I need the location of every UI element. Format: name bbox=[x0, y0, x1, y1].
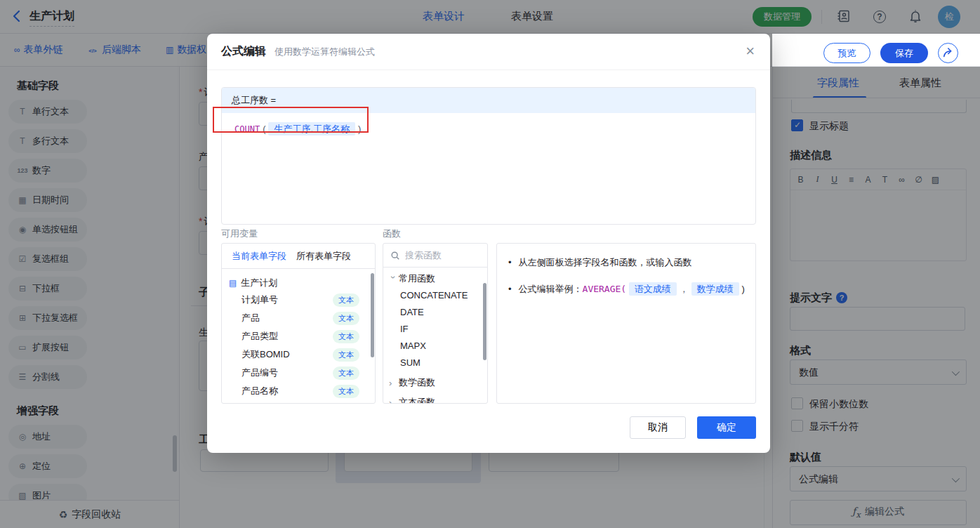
formula-editor-area[interactable]: 总工序数 = COUNT(生产工序.工序名称) bbox=[221, 87, 756, 225]
variable-row[interactable]: 计划单号文本 bbox=[222, 291, 375, 309]
chevron-icon: › bbox=[388, 275, 399, 285]
function-group-name: 文本函数 bbox=[399, 396, 435, 404]
variable-row[interactable]: 关联BOMID文本 bbox=[222, 345, 375, 364]
functions-scrollbar-thumb[interactable] bbox=[483, 283, 486, 360]
hint-example-line: • 公式编辑举例：AVERAGE( 语文成绩，数学成绩 ) bbox=[508, 282, 755, 297]
variable-row[interactable]: 产品文本 bbox=[222, 309, 375, 327]
variable-name: 产品名称 bbox=[241, 385, 278, 397]
example-function-token: AVERAGE( bbox=[583, 284, 627, 294]
form-tree-root[interactable]: ▤ 生产计划 bbox=[229, 277, 375, 289]
modal-header: 公式编辑 使用数学运算符编辑公式 × bbox=[207, 34, 770, 70]
function-group-collapsed[interactable]: ›数学函数 bbox=[383, 374, 487, 391]
function-search bbox=[383, 244, 487, 268]
variable-type-badge: 文本 bbox=[333, 385, 359, 398]
variable-field-list: 计划单号文本产品文本产品类型文本关联BOMID文本产品编号文本产品名称文本 bbox=[222, 291, 375, 400]
function-item[interactable]: DATE bbox=[383, 304, 487, 321]
modal-subtitle: 使用数学运算符编辑公式 bbox=[274, 46, 375, 58]
function-group-collapsed[interactable]: ›文本函数 bbox=[383, 394, 487, 404]
function-list: ›常用函数CONCATENATEDATEIFMAPXSUM›数学函数›文本函数 bbox=[383, 270, 487, 404]
cancel-button[interactable]: 取消 bbox=[630, 416, 686, 439]
variable-row[interactable]: 产品名称文本 bbox=[222, 382, 375, 400]
variable-row[interactable]: 产品类型文本 bbox=[222, 327, 375, 345]
variable-name: 产品类型 bbox=[241, 330, 278, 343]
modal-overlay bbox=[0, 0, 980, 34]
formula-hints-panel: • 从左侧面板选择字段名和函数，或输入函数 • 公式编辑举例：AVERAGE( … bbox=[496, 243, 756, 404]
search-icon bbox=[390, 251, 400, 260]
close-icon[interactable]: × bbox=[746, 42, 755, 60]
variable-type-badge: 文本 bbox=[333, 367, 359, 380]
function-item[interactable]: SUM bbox=[383, 355, 487, 371]
variables-scrollbar-thumb[interactable] bbox=[371, 273, 374, 357]
document-icon: ▤ bbox=[229, 278, 237, 288]
variable-type-badge: 文本 bbox=[333, 330, 359, 343]
functions-label: 函数 bbox=[383, 227, 401, 240]
variable-type-badge: 文本 bbox=[333, 348, 359, 362]
tab-all-form-fields[interactable]: 所有表单字段 bbox=[296, 250, 351, 263]
variable-name: 关联BOMID bbox=[241, 348, 290, 361]
variable-name: 计划单号 bbox=[241, 293, 278, 306]
variable-type-badge: 文本 bbox=[333, 312, 359, 325]
chevron-icon: › bbox=[389, 397, 399, 404]
functions-panel: ›常用函数CONCATENATEDATEIFMAPXSUM›数学函数›文本函数 bbox=[383, 243, 488, 404]
example-field-chip: 数学成绩 bbox=[691, 282, 739, 296]
variables-label: 可用变量 bbox=[221, 227, 258, 240]
function-item[interactable]: MAPX bbox=[383, 338, 487, 355]
function-token: COUNT bbox=[234, 124, 260, 134]
preview-button[interactable]: 预览 bbox=[823, 43, 870, 63]
variable-type-badge: 文本 bbox=[333, 293, 359, 307]
function-group-expanded[interactable]: ›常用函数 bbox=[383, 270, 487, 287]
variables-panel: 当前表单字段 所有表单字段 ▤ 生产计划 计划单号文本产品文本产品类型文本关联B… bbox=[221, 243, 376, 404]
field-reference-chip[interactable]: 生产工序.工序名称 bbox=[268, 122, 355, 136]
modal-title: 公式编辑 bbox=[221, 44, 266, 59]
function-group-name: 数学函数 bbox=[399, 376, 435, 389]
variables-tabs: 当前表单字段 所有表单字段 bbox=[222, 244, 375, 269]
formula-expression[interactable]: COUNT(生产工序.工序名称) bbox=[222, 113, 755, 136]
variable-name: 产品 bbox=[241, 312, 260, 324]
function-search-input[interactable] bbox=[405, 250, 475, 260]
modal-overlay bbox=[772, 67, 980, 528]
save-button[interactable]: 保存 bbox=[880, 43, 928, 63]
formula-editor-modal: 公式编辑 使用数学运算符编辑公式 × 总工序数 = COUNT(生产工序.工序名… bbox=[207, 34, 770, 453]
function-item[interactable]: IF bbox=[383, 321, 487, 338]
tab-current-form-fields[interactable]: 当前表单字段 bbox=[232, 250, 286, 263]
function-item[interactable]: CONCATENATE bbox=[383, 287, 487, 304]
formula-target: 总工序数 = bbox=[222, 88, 755, 113]
variable-name: 产品编号 bbox=[241, 367, 278, 379]
chevron-icon: › bbox=[389, 378, 399, 388]
function-group-name: 常用函数 bbox=[399, 272, 435, 285]
confirm-button[interactable]: 确定 bbox=[697, 416, 756, 439]
variable-row[interactable]: 产品编号文本 bbox=[222, 364, 375, 382]
example-field-chip: 语文成绩 bbox=[629, 282, 677, 296]
hint-line: • 从左侧面板选择字段名和函数，或输入函数 bbox=[508, 255, 755, 270]
share-icon[interactable] bbox=[938, 43, 958, 63]
